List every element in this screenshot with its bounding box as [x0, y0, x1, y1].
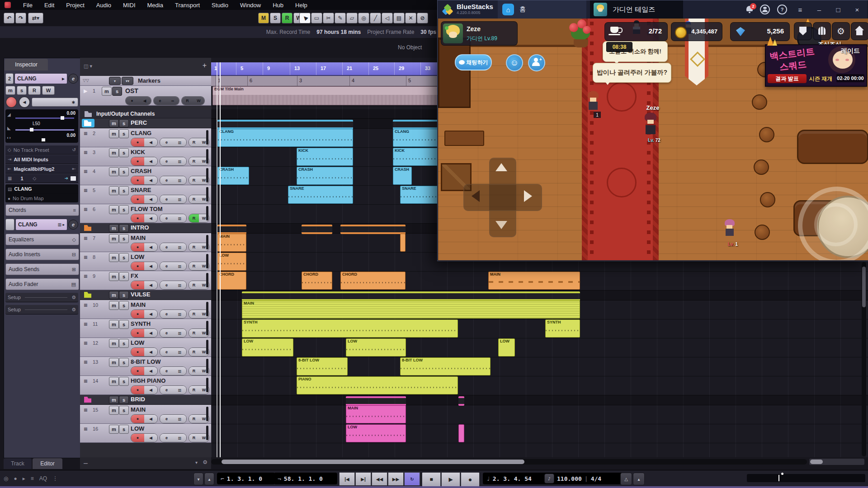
clip-main[interactable]: MAIN	[346, 405, 406, 423]
minimize-icon[interactable]: –	[813, 6, 825, 14]
midi-channel-row[interactable]: ▦1 ◇➜	[5, 174, 78, 183]
edit-button[interactable]: e	[160, 329, 173, 337]
monitor-icon[interactable]: ◀	[144, 434, 157, 442]
track-row-low[interactable]: ▦16msLOW●◀e▥RW	[80, 424, 211, 443]
track-row-vulse[interactable]: msVULSE	[80, 290, 211, 300]
monitor-icon[interactable]: ◀	[144, 329, 157, 337]
bluestacks-titlebar[interactable]: BlueStacks 4.220.0.8005 ⌂ 홈 가디언 테일즈 2	[438, 0, 868, 19]
write-button[interactable]: W	[42, 86, 55, 95]
keys-icon[interactable]: ▥	[173, 415, 186, 423]
mute-button[interactable]: m	[109, 320, 119, 329]
mute-button[interactable]: m	[109, 301, 119, 310]
mute-button[interactable]: m	[5, 86, 15, 95]
account-icon[interactable]	[760, 5, 770, 14]
drum-map-row[interactable]: ●No Drum Map	[5, 194, 78, 203]
midi-input-row[interactable]: ⇥All MIDI Inputs	[5, 155, 78, 164]
read-button[interactable]: R	[189, 281, 199, 289]
read-button[interactable]: R	[189, 243, 199, 251]
help-icon[interactable]: ?	[777, 5, 787, 14]
invite-button[interactable]: +	[528, 54, 545, 71]
read-button[interactable]: R	[189, 415, 199, 423]
record-icon[interactable]: ●	[131, 348, 144, 356]
solo-button[interactable]: s	[119, 301, 129, 310]
clip-synth[interactable]: SYNTH	[545, 319, 580, 338]
clip-chord[interactable]: CHORD	[217, 272, 246, 290]
rec-monitor-pill[interactable]: ●◀	[131, 366, 158, 375]
track-row-synth[interactable]: ▦11msSYNTH●◀e▥RW	[80, 319, 211, 338]
tool-range-select-button[interactable]: ▭	[311, 13, 322, 23]
monitor-icon[interactable]: ◀	[144, 157, 157, 165]
tempo-track-button[interactable]: ♪	[544, 474, 554, 483]
edit-pill[interactable]: e▥	[160, 328, 187, 338]
read-button[interactable]: R	[189, 157, 199, 165]
solo-button[interactable]: s	[119, 320, 129, 329]
track-row-low[interactable]: ▦8msLOW●◀e▥RW	[80, 252, 211, 271]
tab-inspector[interactable]: Inspector	[5, 59, 48, 70]
pan-slider[interactable]	[15, 129, 74, 131]
clip-low[interactable]: LOW	[346, 424, 406, 442]
record-icon[interactable]: ●	[131, 195, 144, 203]
guild-button[interactable]	[794, 22, 812, 40]
menu-project[interactable]: Project	[60, 2, 90, 9]
edit-pill[interactable]: e▥	[160, 195, 187, 204]
keys-icon[interactable]: ▥	[173, 157, 186, 165]
chevron-down-icon[interactable]: ▾	[195, 460, 198, 465]
track-row-intro[interactable]: msINTRO	[80, 223, 211, 233]
expand-icon[interactable]: ▶	[84, 88, 87, 94]
menu-midi[interactable]: MIDI	[117, 2, 141, 9]
keys-icon[interactable]: ▥	[173, 138, 186, 146]
monitor-icon[interactable]: ◀	[144, 281, 157, 289]
zoom-slider[interactable]	[809, 459, 864, 465]
monitor-icon[interactable]: ◀	[144, 310, 157, 318]
freeze-button[interactable]: ∗	[32, 98, 78, 107]
folder-part-clip[interactable]	[242, 291, 580, 301]
solo-button[interactable]: s	[119, 234, 129, 243]
edit-button[interactable]: e	[160, 310, 173, 318]
record-icon[interactable]: ●	[131, 157, 144, 165]
menu-media[interactable]: Media	[142, 2, 169, 9]
record-enable-button[interactable]	[5, 96, 17, 108]
chat-button[interactable]: 채팅하기	[455, 54, 492, 70]
inspector-section-audio-inserts[interactable]: Audio Inserts⊟	[5, 249, 79, 260]
h-scroll-thumb[interactable]	[222, 460, 524, 464]
arena-button[interactable]	[813, 22, 831, 40]
read-button[interactable]: R	[189, 310, 199, 318]
solo-button[interactable]: s	[119, 406, 129, 415]
track-preset-row[interactable]: ◇No Track Preset↺	[5, 145, 78, 155]
clip-crash[interactable]: CRASH	[297, 167, 353, 185]
folder-part-clip[interactable]	[340, 225, 406, 234]
metronome-setup-icon[interactable]: ◎	[4, 475, 8, 482]
menu-file[interactable]: File	[17, 2, 38, 9]
profile-panel[interactable]: Zeze 가디언 Lv.89	[441, 21, 518, 46]
cycle-button[interactable]: ↻	[404, 472, 420, 486]
solo-button[interactable]: s	[119, 425, 129, 434]
more-icon[interactable]: ⋮	[52, 475, 58, 482]
mute-button[interactable]: m	[109, 406, 119, 415]
inspector-instrument-row[interactable]: CLANG▥ ▸e	[5, 219, 78, 230]
position-display[interactable]: ♩2. 3. 4. 54	[483, 473, 543, 484]
tab-home[interactable]: ⌂ 홈	[498, 0, 586, 19]
aq-label[interactable]: AQ	[39, 475, 47, 482]
keys-icon[interactable]: ▥	[173, 262, 186, 270]
mute-button[interactable]: m	[109, 339, 119, 348]
solo-button[interactable]: s	[119, 339, 129, 348]
edit-button[interactable]: e	[160, 415, 173, 423]
volume-handle[interactable]	[61, 116, 64, 120]
track-row-markers[interactable]: ▽▽▾▾▾Markers	[80, 76, 211, 86]
keys-icon[interactable]: ▥	[173, 214, 186, 222]
record-icon[interactable]: ●	[131, 386, 144, 394]
clip-main[interactable]: MAIN	[488, 272, 580, 290]
clip-clang[interactable]: CLANG	[217, 129, 353, 147]
left-locator-display[interactable]: ⌐1. 3. 1. 0	[217, 473, 275, 484]
solo-button[interactable]: s	[119, 377, 129, 386]
rec-monitor-pill[interactable]: ●◀	[131, 414, 158, 423]
track-row-crash[interactable]: ▦4msCRASH●◀e▥RW	[80, 166, 211, 185]
edit-pill[interactable]: e▥	[160, 414, 187, 423]
keys-icon[interactable]: ▥	[173, 386, 186, 394]
rec-monitor-pill[interactable]: ●◀	[131, 176, 158, 185]
keys-icon[interactable]: ▥	[173, 281, 186, 289]
add-marker-button[interactable]: ▾	[109, 77, 121, 85]
rec-monitor-pill[interactable]: ●◀	[131, 328, 158, 338]
menu-edit[interactable]: Edit	[38, 2, 60, 9]
track-row-8-bit-low[interactable]: ▦13ms8-BIT LOW●◀e▥RW	[80, 357, 211, 376]
